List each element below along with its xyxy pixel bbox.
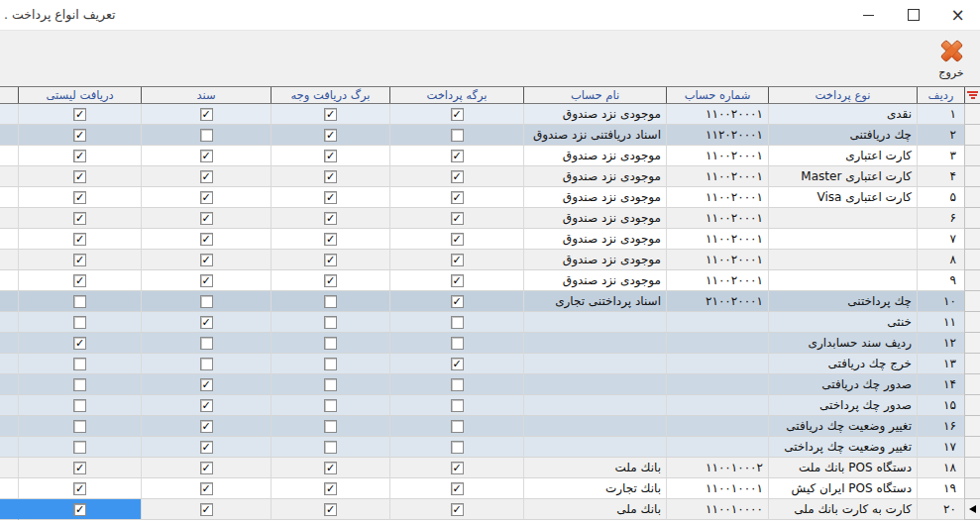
- cell-account-number[interactable]: ۱۱۰۰۲۰۰۰۱: [666, 187, 768, 208]
- checkbox-document[interactable]: ✓: [200, 441, 213, 454]
- cell-list-receipt[interactable]: ✓: [18, 146, 141, 166]
- checkbox-document[interactable]: [200, 295, 213, 308]
- row-indicator-cell[interactable]: [964, 499, 980, 520]
- cell-payment-slip[interactable]: ✓: [389, 250, 523, 270]
- cell-list-receipt[interactable]: ✓: [18, 104, 141, 125]
- cell-account-number[interactable]: ۱۱۰۰۲۰۰۰۱: [666, 229, 768, 250]
- cell-payment-slip[interactable]: ✓: [389, 499, 523, 520]
- checkbox-receipt-slip[interactable]: [324, 399, 337, 412]
- cell-receipt-slip[interactable]: ✓: [271, 125, 389, 146]
- cell-payment-slip[interactable]: ✓: [389, 187, 523, 208]
- filter-header-cell[interactable]: [964, 87, 980, 103]
- cell-account-name[interactable]: [523, 354, 666, 374]
- cell-payment-slip[interactable]: [389, 312, 523, 333]
- checkbox-list-receipt[interactable]: ✓: [73, 337, 86, 350]
- cell-payment-type[interactable]: چك پرداختنی: [768, 291, 917, 312]
- checkbox-receipt-slip[interactable]: [324, 295, 337, 308]
- cell-payment-slip[interactable]: ✓: [389, 146, 523, 166]
- cell-payment-type[interactable]: كارت اعتباری Master: [768, 166, 917, 187]
- cell-document[interactable]: ✓: [141, 499, 271, 520]
- checkbox-payment-slip[interactable]: [451, 399, 464, 412]
- cell-receipt-slip[interactable]: [271, 374, 389, 395]
- cell-list-receipt[interactable]: [18, 437, 141, 458]
- cell-payment-type[interactable]: نقدی: [768, 104, 917, 125]
- cell-document[interactable]: ✓: [141, 374, 271, 395]
- cell-list-receipt[interactable]: ✓: [18, 208, 141, 229]
- cell-account-number[interactable]: ۱۱۰۰۱۰۰۰۲: [666, 458, 768, 478]
- maximize-button[interactable]: [891, 0, 935, 30]
- cell-radif[interactable]: ۱۱: [917, 312, 964, 333]
- cell-receipt-slip[interactable]: [271, 333, 389, 354]
- checkbox-receipt-slip[interactable]: ✓: [324, 254, 337, 266]
- cell-document[interactable]: ✓: [141, 187, 271, 208]
- cell-document[interactable]: [141, 354, 271, 374]
- header-receipt-slip[interactable]: برگ دریافت وجه: [271, 87, 389, 103]
- checkbox-payment-slip[interactable]: [451, 420, 464, 433]
- cell-account-name[interactable]: موجودی نزد صندوق: [523, 166, 666, 187]
- cell-payment-type[interactable]: چك دریافتنی: [768, 125, 917, 146]
- close-button[interactable]: ×: [935, 0, 980, 30]
- checkbox-payment-slip[interactable]: ✓: [451, 191, 464, 204]
- row-indicator-cell[interactable]: [964, 229, 980, 250]
- cell-document[interactable]: [141, 333, 271, 354]
- row-indicator-cell[interactable]: [964, 166, 980, 187]
- cell-list-receipt[interactable]: ✓: [18, 229, 141, 250]
- header-document[interactable]: سند: [141, 87, 271, 103]
- cell-document[interactable]: ✓: [141, 229, 271, 250]
- checkbox-receipt-slip[interactable]: ✓: [324, 150, 337, 162]
- cell-document[interactable]: ✓: [141, 270, 271, 291]
- checkbox-payment-slip[interactable]: ✓: [451, 482, 464, 495]
- cell-radif[interactable]: ۲۰: [917, 499, 964, 520]
- checkbox-receipt-slip[interactable]: [324, 441, 337, 454]
- checkbox-payment-slip[interactable]: [451, 129, 464, 142]
- checkbox-list-receipt[interactable]: ✓: [73, 129, 86, 142]
- checkbox-list-receipt[interactable]: [73, 420, 86, 433]
- cell-document[interactable]: ✓: [141, 146, 271, 166]
- cell-list-receipt[interactable]: ✓: [18, 458, 141, 478]
- cell-payment-slip[interactable]: [389, 395, 523, 416]
- cell-document[interactable]: [141, 291, 271, 312]
- cell-account-number[interactable]: [666, 333, 768, 354]
- cell-radif[interactable]: ۹: [917, 270, 964, 291]
- checkbox-receipt-slip[interactable]: ✓: [324, 274, 337, 287]
- checkbox-payment-slip[interactable]: ✓: [451, 212, 464, 225]
- cell-account-number[interactable]: ۱۱۰۰۲۰۰۰۱: [666, 166, 768, 187]
- cell-payment-slip[interactable]: ✓: [389, 208, 523, 229]
- cell-document[interactable]: [141, 125, 271, 146]
- cell-account-number[interactable]: [666, 437, 768, 458]
- cell-account-name[interactable]: موجودی نزد صندوق: [523, 270, 666, 291]
- checkbox-document[interactable]: ✓: [200, 399, 213, 412]
- cell-list-receipt[interactable]: ✓: [18, 187, 141, 208]
- cell-account-number[interactable]: ۲۱۰۰۲۰۰۰۱: [666, 291, 768, 312]
- header-payment-slip[interactable]: برگه پرداخت: [389, 87, 523, 103]
- checkbox-document[interactable]: [200, 129, 213, 142]
- row-indicator-cell[interactable]: [964, 416, 980, 437]
- cell-account-name[interactable]: [523, 374, 666, 395]
- cell-account-number[interactable]: [666, 354, 768, 374]
- cell-payment-type[interactable]: كارت اعتباری: [768, 146, 917, 166]
- cell-receipt-slip[interactable]: [271, 354, 389, 374]
- cell-payment-type[interactable]: خرج چك دریافتی: [768, 354, 917, 374]
- cell-radif[interactable]: ۱۷: [917, 437, 964, 458]
- cell-payment-slip[interactable]: ✓: [389, 478, 523, 499]
- checkbox-list-receipt[interactable]: [73, 378, 86, 391]
- cell-account-number[interactable]: ۱۱۰۰۲۰۰۰۱: [666, 208, 768, 229]
- checkbox-payment-slip[interactable]: ✓: [451, 358, 464, 370]
- checkbox-receipt-slip[interactable]: ✓: [324, 233, 337, 246]
- checkbox-document[interactable]: ✓: [200, 254, 213, 266]
- row-indicator-cell[interactable]: [964, 354, 980, 374]
- cell-account-name[interactable]: اسناد دریافتنی نزد صندوق: [523, 125, 666, 146]
- checkbox-list-receipt[interactable]: ✓: [73, 150, 86, 162]
- row-indicator-cell[interactable]: [964, 395, 980, 416]
- checkbox-document[interactable]: [200, 337, 213, 350]
- cell-receipt-slip[interactable]: ✓: [271, 250, 389, 270]
- cell-receipt-slip[interactable]: ✓: [271, 270, 389, 291]
- cell-account-number[interactable]: [666, 312, 768, 333]
- cell-payment-type[interactable]: كارت اعتباری Visa: [768, 187, 917, 208]
- cell-list-receipt[interactable]: [18, 312, 141, 333]
- cell-payment-type[interactable]: تغییر وضعیت چك پرداختی: [768, 437, 917, 458]
- cell-payment-type[interactable]: خنثی: [768, 312, 917, 333]
- checkbox-document[interactable]: ✓: [200, 212, 213, 225]
- cell-account-name[interactable]: موجودی نزد صندوق: [523, 104, 666, 125]
- checkbox-list-receipt[interactable]: ✓: [73, 254, 86, 266]
